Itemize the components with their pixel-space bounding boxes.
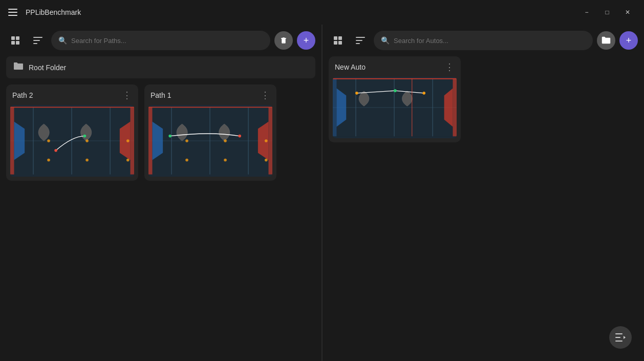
minimize-button[interactable]: − [578, 4, 595, 20]
svg-rect-71 [615, 333, 622, 334]
svg-point-47 [265, 159, 268, 162]
svg-point-28 [126, 139, 130, 142]
svg-point-26 [85, 139, 89, 142]
autos-add-button[interactable]: + [619, 31, 638, 50]
autos-search-icon: 🔍 [381, 36, 390, 45]
path-card-0[interactable]: Path 2 ⋮ [6, 84, 138, 181]
svg-rect-49 [338, 36, 342, 40]
paths-cards-grid: Path 2 ⋮ [6, 84, 315, 181]
svg-rect-53 [356, 40, 362, 41]
svg-point-45 [224, 159, 227, 162]
auto-card-0-preview [333, 77, 457, 138]
paths-add-button[interactable]: + [297, 31, 315, 50]
svg-rect-18 [10, 107, 14, 174]
root-folder-label: Root Folder [29, 63, 66, 72]
close-button[interactable]: ✕ [619, 4, 636, 20]
svg-rect-51 [338, 41, 342, 45]
path-card-1-preview [148, 105, 272, 177]
paths-sort-button[interactable] [29, 31, 47, 50]
autos-grid-view-button[interactable] [329, 31, 347, 50]
svg-rect-0 [11, 36, 15, 40]
paths-panel: 🔍 + [0, 25, 321, 361]
paths-search-bar[interactable]: 🔍 [51, 31, 270, 50]
path-card-0-header: Path 2 ⋮ [6, 84, 138, 105]
svg-rect-63 [333, 79, 337, 137]
path-card-0-menu[interactable]: ⋮ [122, 90, 132, 101]
svg-point-40 [168, 135, 171, 138]
svg-rect-62 [453, 79, 457, 137]
path-card-1[interactable]: Path 1 ⋮ [144, 84, 276, 181]
app-title: PPLibBenchmark [26, 8, 570, 16]
fab-button[interactable] [609, 326, 632, 349]
svg-rect-72 [615, 337, 620, 338]
path-card-0-title: Path 2 [12, 91, 33, 99]
auto-card-0[interactable]: New Auto ⋮ [329, 56, 461, 142]
paths-search-input[interactable] [71, 37, 263, 45]
path-card-0-preview [10, 105, 134, 177]
autos-cards-grid: New Auto ⋮ [329, 56, 638, 142]
svg-rect-48 [334, 36, 337, 40]
svg-rect-3 [16, 41, 19, 45]
path-card-1-title: Path 1 [151, 91, 171, 99]
window-controls: − □ ✕ [578, 4, 636, 20]
svg-rect-5 [33, 40, 40, 41]
autos-panel: 🔍 + New Auto ⋮ [323, 25, 644, 361]
svg-point-70 [422, 92, 425, 95]
path-card-1-menu[interactable]: ⋮ [261, 90, 270, 101]
svg-point-69 [394, 89, 397, 92]
svg-rect-4 [33, 37, 42, 38]
svg-rect-6 [33, 43, 37, 44]
svg-point-42 [185, 139, 188, 142]
folder-icon [13, 61, 24, 73]
svg-point-43 [185, 159, 188, 162]
svg-point-29 [126, 159, 130, 162]
svg-rect-36 [148, 107, 153, 174]
svg-point-25 [47, 159, 50, 162]
svg-rect-1 [16, 36, 19, 40]
svg-point-44 [224, 139, 227, 142]
svg-rect-54 [356, 43, 360, 44]
root-folder[interactable]: Root Folder [6, 56, 315, 78]
svg-rect-35 [268, 107, 272, 174]
paths-search-icon: 🔍 [58, 36, 67, 45]
paths-delete-button[interactable] [274, 31, 293, 50]
main-layout: 🔍 + [0, 25, 644, 361]
svg-point-41 [238, 135, 241, 138]
menu-icon[interactable] [8, 9, 17, 16]
svg-rect-73 [615, 341, 622, 342]
auto-card-0-title: New Auto [335, 63, 366, 71]
svg-rect-50 [334, 41, 337, 45]
svg-point-46 [265, 139, 268, 142]
svg-rect-2 [11, 41, 15, 45]
autos-search-input[interactable] [394, 37, 586, 45]
svg-point-27 [85, 159, 89, 162]
paths-grid-view-button[interactable] [6, 31, 25, 50]
path-card-1-header: Path 1 ⋮ [144, 84, 276, 105]
auto-card-0-header: New Auto ⋮ [329, 56, 461, 77]
svg-rect-52 [356, 37, 365, 38]
autos-toolbar: 🔍 + [329, 31, 638, 50]
svg-point-22 [54, 149, 57, 152]
svg-rect-17 [130, 107, 134, 174]
autos-search-bar[interactable]: 🔍 [374, 31, 593, 50]
svg-point-68 [355, 92, 358, 95]
auto-card-0-menu[interactable]: ⋮ [445, 61, 455, 73]
autos-new-folder-button[interactable] [597, 31, 615, 50]
maximize-button[interactable]: □ [599, 4, 615, 20]
autos-sort-button[interactable] [351, 31, 370, 50]
svg-marker-74 [624, 336, 626, 339]
titlebar: PPLibBenchmark − □ ✕ [0, 0, 644, 25]
svg-point-23 [83, 135, 87, 138]
svg-point-24 [47, 139, 50, 142]
paths-toolbar: 🔍 + [6, 31, 315, 50]
